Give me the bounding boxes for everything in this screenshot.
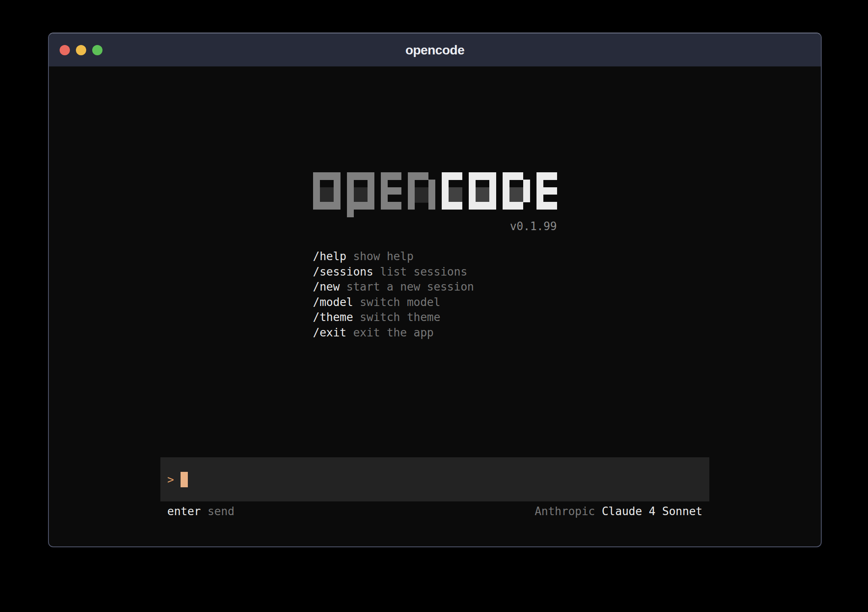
opencode-pixel-logo [313, 172, 557, 218]
bottom-panel: > enter send Anthropic Claude 4 Sonnet [160, 457, 709, 518]
zoom-button[interactable] [92, 45, 102, 55]
traffic-lights [60, 33, 102, 66]
command-name: /sessions [313, 265, 374, 278]
command-description: show help [347, 250, 414, 263]
window-title: opencode [405, 43, 464, 57]
terminal-content: v0.1.99 /help show help/sessions list se… [49, 66, 821, 546]
version-label: v0.1.99 [313, 220, 557, 232]
command-row: /new start a new session [313, 279, 557, 295]
command-name: /help [313, 250, 347, 263]
command-description: start a new session [340, 280, 474, 293]
status-bar: enter send Anthropic Claude 4 Sonnet [160, 505, 709, 518]
command-name: /new [313, 280, 340, 293]
minimize-button[interactable] [76, 45, 86, 55]
command-description: switch theme [353, 311, 440, 324]
command-help-list: /help show help/sessions list sessions/n… [313, 249, 557, 340]
prompt-input[interactable]: > [160, 457, 709, 501]
text-cursor-block [181, 472, 188, 487]
command-name: /model [313, 296, 353, 309]
command-row: /exit exit the app [313, 325, 557, 341]
send-hint-key: enter [167, 505, 201, 518]
titlebar[interactable]: opencode [49, 33, 821, 66]
command-name: /exit [313, 326, 347, 339]
command-row: /theme switch theme [313, 310, 557, 325]
command-row: /model switch model [313, 295, 557, 310]
prompt-caret: > [167, 473, 174, 486]
model-name: Claude 4 Sonnet [602, 505, 702, 518]
command-name: /theme [313, 311, 353, 324]
command-row: /sessions list sessions [313, 264, 557, 280]
hero-block: v0.1.99 /help show help/sessions list se… [313, 172, 557, 340]
model-provider: Anthropic [535, 505, 595, 518]
opencode-window: opencode v0.1.99 /help show help/session… [48, 33, 822, 547]
command-description: list sessions [373, 265, 467, 278]
command-description: exit the app [347, 326, 434, 339]
command-row: /help show help [313, 249, 557, 264]
command-description: switch model [353, 296, 440, 309]
desktop: opencode v0.1.99 /help show help/session… [0, 0, 868, 612]
model-indicator[interactable]: Anthropic Claude 4 Sonnet [535, 505, 702, 518]
send-hint-action: send [208, 505, 235, 518]
send-hint: enter send [167, 505, 235, 518]
close-button[interactable] [60, 45, 70, 55]
